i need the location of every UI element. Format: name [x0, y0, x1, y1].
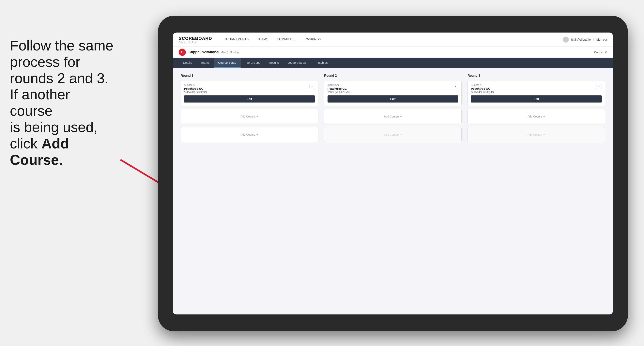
round-2-column: Round 2 (Course A) Peachtree GC Yellow (… — [324, 74, 462, 145]
instruction-line4: If another course — [10, 87, 70, 119]
tab-printables[interactable]: Printables — [310, 58, 332, 68]
round-2-title: Round 2 — [324, 74, 462, 77]
round-1-course-card: (Course A) Peachtree GC Yellow (M) (6629… — [181, 81, 318, 106]
instruction-line2: process for — [10, 54, 80, 70]
round-2-course-detail: Yellow (M) (6629 yds) — [328, 91, 350, 93]
top-nav: SCOREBOARD Powered by clippd TOURNAMENTS… — [173, 32, 613, 47]
nav-divider: | — [593, 38, 594, 41]
plus-icon: + — [256, 115, 258, 118]
nav-rankings[interactable]: RANKINGS — [300, 32, 325, 47]
logo-area: SCOREBOARD Powered by clippd — [179, 36, 212, 43]
round-2-add-course-label-2: Add Course — [384, 133, 398, 136]
round-1-delete-icon[interactable]: × — [309, 84, 315, 89]
round-1-add-course-1[interactable]: Add Course + — [181, 109, 318, 124]
instruction-line3: rounds 2 and 3. — [10, 70, 108, 86]
tab-details[interactable]: Details — [179, 58, 196, 68]
round-3-add-course-label-2: Add Course — [528, 133, 542, 136]
round-2-add-course-1[interactable]: Add Course + — [324, 109, 462, 124]
round-1-course-header: (Course A) Peachtree GC Yellow (M) (6629… — [181, 81, 318, 95]
plus-icon-2: + — [256, 133, 258, 137]
round-1-edit-button[interactable]: Edit — [184, 95, 315, 103]
round-3-delete-icon[interactable]: × — [596, 84, 602, 89]
round-1-course-name: Peachtree GC — [184, 87, 207, 90]
plus-icon-r2: + — [400, 115, 402, 118]
round-3-add-course-2: Add Course + — [468, 127, 605, 142]
rounds-grid: Round 1 (Course A) Peachtree GC Yellow (… — [181, 74, 605, 145]
round-2-course-info: (Course A) Peachtree GC Yellow (M) (6629… — [328, 84, 350, 93]
round-3-title: Round 3 — [468, 74, 605, 77]
add-course-label-2: Add Course — [241, 133, 255, 136]
instruction-panel: Follow the same process for rounds 2 and… — [0, 29, 126, 176]
round-1-course-detail: Yellow (M) (6629 yds) — [184, 91, 207, 93]
round-3-course-header: (Course A) Peachtree GC Yellow (M) (6629… — [468, 81, 605, 95]
nav-user: blair@clippd.io | Sign out — [563, 37, 607, 43]
round-3-add-course-label: Add Course — [528, 115, 542, 118]
logo-text: SCOREBOARD — [179, 36, 212, 41]
tab-bar: Details Teams Course Setup Tee Groups Re… — [173, 58, 613, 68]
round-2-edit-button[interactable]: Edit — [328, 95, 458, 103]
round-2-course-label: (Course A) — [328, 84, 350, 86]
tablet-frame: SCOREBOARD Powered by clippd TOURNAMENTS… — [158, 16, 628, 331]
plus-icon-r3: + — [543, 115, 545, 118]
add-course-label: Add Course — [241, 115, 255, 118]
round-3-column: Round 3 (Course A) Peachtree GC Yellow (… — [468, 74, 605, 145]
round-2-add-course-label: Add Course — [384, 115, 398, 118]
round-3-course-name: Peachtree GC — [471, 87, 494, 90]
brand-logo: C — [179, 49, 186, 56]
sub-header: C Clippd Invitational (Men) Hosting Canc… — [173, 47, 613, 58]
tab-course-setup[interactable]: Course Setup — [214, 58, 241, 68]
logo-sub: Powered by clippd — [179, 41, 212, 43]
round-3-add-course-1[interactable]: Add Course + — [468, 109, 605, 124]
cancel-button[interactable]: Cancel ✕ — [594, 50, 607, 54]
tab-leaderboards[interactable]: Leaderboards — [283, 58, 310, 68]
instruction-line6-prefix: click — [10, 136, 42, 152]
round-2-delete-icon[interactable]: × — [453, 84, 458, 89]
plus-icon-r3-2: + — [543, 133, 545, 137]
round-3-edit-button[interactable]: Edit — [471, 95, 602, 103]
round-1-course-label: (Course A) — [184, 84, 207, 86]
round-1-add-course-2[interactable]: Add Course + — [181, 127, 318, 142]
sign-out-link[interactable]: Sign out — [596, 38, 607, 41]
user-avatar — [563, 37, 569, 43]
tab-teams[interactable]: Teams — [196, 58, 214, 68]
nav-committee[interactable]: COMMITTEE — [272, 32, 300, 47]
nav-tournaments[interactable]: TOURNAMENTS — [220, 32, 253, 47]
tournament-status: Hosting — [230, 51, 239, 54]
tournament-name: Clippd Invitational — [188, 50, 219, 54]
round-1-column: Round 1 (Course A) Peachtree GC Yellow (… — [181, 74, 318, 145]
round-2-course-header: (Course A) Peachtree GC Yellow (M) (6629… — [324, 81, 462, 95]
round-1-course-info: (Course A) Peachtree GC Yellow (M) (6629… — [184, 84, 207, 93]
round-2-course-name: Peachtree GC — [328, 87, 350, 90]
plus-icon-r2-2: + — [400, 133, 402, 137]
round-3-course-detail: Yellow (M) (6629 yds) — [471, 91, 494, 93]
tab-tee-groups[interactable]: Tee Groups — [241, 58, 265, 68]
nav-links: TOURNAMENTS TEAMS COMMITTEE RANKINGS — [220, 32, 563, 47]
round-1-title: Round 1 — [181, 74, 318, 77]
round-3-course-info: (Course A) Peachtree GC Yellow (M) (6629… — [471, 84, 494, 93]
nav-teams[interactable]: TEAMS — [253, 32, 272, 47]
round-2-add-course-2: Add Course + — [324, 127, 462, 142]
round-3-course-card: (Course A) Peachtree GC Yellow (M) (6629… — [468, 81, 605, 106]
round-2-course-card: (Course A) Peachtree GC Yellow (M) (6629… — [324, 81, 462, 106]
close-icon: ✕ — [604, 50, 607, 54]
user-email: blair@clippd.io — [571, 38, 591, 41]
round-3-course-label: (Course A) — [471, 84, 494, 86]
instruction-line5: is being used, — [10, 119, 98, 135]
tab-results[interactable]: Results — [264, 58, 283, 68]
tournament-mode: (Men) — [221, 51, 228, 54]
instruction-line1: Follow the same — [10, 38, 113, 53]
main-content: Round 1 (Course A) Peachtree GC Yellow (… — [173, 68, 613, 315]
tablet-screen: SCOREBOARD Powered by clippd TOURNAMENTS… — [173, 32, 613, 315]
